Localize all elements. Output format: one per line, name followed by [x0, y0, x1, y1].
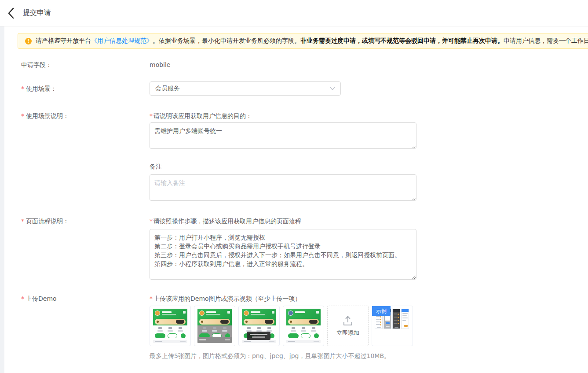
page-flow-textarea[interactable]: 第一步：用户打开小程序，浏览无需授权 第二步：登录会员中心或购买商品需用户授权手…	[150, 229, 416, 280]
remark-label: 备注	[150, 162, 588, 171]
required-mark: *	[21, 295, 24, 302]
upload-demo-sub-label: *上传该应用的Demo图片或演示视频（至少上传一项）	[150, 294, 588, 303]
page-header: 提交申请	[0, 0, 588, 26]
form-row-scene-desc: *使用场景说明： *请说明该应用获取用户信息的目的： 需维护用户多端账号统一	[18, 111, 588, 149]
alert-text-bold: 非业务需要过度申请，或填写不规范等会驳回申请，并可能禁止再次申请。	[300, 37, 504, 45]
form-row-apply-field: 申请字段： mobile	[18, 60, 588, 69]
use-scene-label: 使用场景：	[26, 85, 57, 92]
demo-thumbnail-1[interactable]	[150, 306, 191, 346]
demo-thumbnail-3[interactable]	[238, 306, 280, 346]
required-mark: *	[21, 218, 24, 225]
upload-add-label: 立即添加	[336, 329, 359, 337]
scene-desc-sub-label: *请说明该应用获取用户信息的目的：	[150, 111, 588, 120]
use-scene-selected-value: 会员服务	[155, 85, 330, 92]
demo-thumbnail-image	[286, 309, 321, 343]
apply-field-value: mobile	[150, 61, 170, 68]
example-badge: 示例	[372, 306, 391, 316]
scene-desc-label: 使用场景说明：	[26, 112, 69, 119]
demo-thumbnail-image	[197, 309, 232, 343]
upload-icon	[341, 315, 354, 326]
user-info-rules-link[interactable]: 《用户信息处理规范》	[91, 37, 153, 45]
upload-add-button[interactable]: 立即添加	[327, 306, 369, 346]
alert-text-3: 申请用户信息，需要一个工作日左右的审核时间，请耐	[504, 37, 588, 45]
upload-hint: 最多上传5张图片，图片格式必须为：png、jpeg、jpg，且单张图片大小不超过…	[150, 351, 588, 360]
required-mark: *	[150, 112, 153, 119]
page-flow-sub-label: *请按照操作步骤，描述该应用获取用户信息的页面流程	[150, 217, 588, 225]
form-row-page-flow: *页面流程说明： *请按照操作步骤，描述该应用获取用户信息的页面流程 第一步：用…	[18, 217, 588, 280]
alert-text-2: 。依据业务场景，最小化申请开发业务所必须的字段。	[153, 37, 300, 45]
chevron-left-icon	[7, 7, 15, 19]
required-mark: *	[21, 85, 24, 92]
alert-text-1: 请严格遵守开放平台	[36, 37, 91, 45]
form-row-remark: 备注	[18, 162, 588, 201]
required-mark: *	[150, 295, 153, 302]
exclamation-circle-icon	[25, 38, 32, 44]
upload-demo-label: 上传Demo	[26, 295, 57, 302]
demo-thumbnail-image	[153, 309, 187, 343]
warning-alert: 请严格遵守开放平台《用户信息处理规范》。依据业务场景，最小化申请开发业务所必须的…	[18, 33, 588, 49]
form-row-upload-demo: *上传Demo *上传该应用的Demo图片或演示视频（至少上传一项）	[18, 294, 588, 360]
demo-thumbnail-2[interactable]	[194, 306, 235, 346]
content-panel: 请严格遵守开放平台《用户信息处理规范》。依据业务场景，最小化申请开发业务所必须的…	[4, 26, 588, 373]
page-title: 提交申请	[23, 8, 51, 18]
example-card[interactable]: 示例	[372, 306, 413, 346]
chevron-down-icon	[330, 87, 335, 90]
apply-field-label: 申请字段：	[21, 60, 150, 69]
back-button[interactable]	[4, 7, 18, 20]
required-mark: *	[21, 112, 24, 119]
demo-thumbnail-4[interactable]	[283, 306, 324, 346]
form-row-use-scene: *使用场景： 会员服务	[18, 81, 588, 96]
remark-textarea[interactable]	[150, 174, 416, 201]
required-mark: *	[150, 218, 153, 225]
scene-desc-textarea[interactable]: 需维护用户多端账号统一	[150, 122, 416, 149]
page-flow-label: 页面流程说明：	[26, 218, 69, 225]
demo-thumbnail-image	[242, 309, 276, 343]
use-scene-select[interactable]: 会员服务	[150, 81, 341, 96]
upload-thumbnail-list: 立即添加 示例	[150, 306, 588, 346]
